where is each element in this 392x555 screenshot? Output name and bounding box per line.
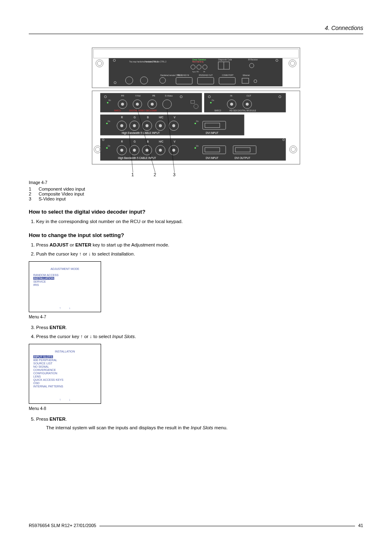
svg-text:RS232/422 OUT: RS232/422 OUT <box>199 74 213 76</box>
svg-point-86 <box>159 124 162 127</box>
section1-title: How to select the digital video decoder … <box>29 209 363 215</box>
svg-point-41 <box>107 102 108 104</box>
menu-4-8: INSTALLATION INPUT SLOTS 800 PERIPHERAL … <box>29 344 101 404</box>
svg-text:B: B <box>147 116 149 119</box>
footer-doc: R5976654 SLM R12+ 27/01/2005 <box>29 523 96 528</box>
svg-text:IN: IN <box>230 94 233 97</box>
svg-rect-1 <box>94 49 299 58</box>
svg-text:3: 3 <box>173 172 175 177</box>
svg-text:OUT: OUT <box>247 94 251 97</box>
svg-text:DVI INPUT: DVI INPUT <box>205 157 218 159</box>
svg-text:PB: PB <box>152 94 155 97</box>
menu2-caption: Menu 4-8 <box>29 406 363 411</box>
svg-text:G: G <box>134 116 136 119</box>
page-footer: R5976654 SLM R12+ 27/01/2005 41 <box>29 521 363 528</box>
svg-text:2: 2 <box>154 172 156 177</box>
svg-text:1: 1 <box>131 172 134 177</box>
svg-point-3 <box>97 61 102 66</box>
svg-text:S-Video: S-Video <box>165 94 173 97</box>
svg-text:DVI INPUT: DVI INPUT <box>205 131 218 134</box>
menu1-caption: Menu 4-7 <box>29 315 363 319</box>
svg-point-97 <box>95 147 100 152</box>
svg-point-99 <box>291 147 295 152</box>
svg-text:High Bandwidth 5 CABLE INPUT: High Bandwidth 5 CABLE INPUT <box>122 131 160 135</box>
svg-text:Y/Vid: Y/Vid <box>135 94 141 97</box>
svg-point-116 <box>159 149 162 152</box>
svg-point-114 <box>145 149 148 152</box>
svg-text:HD SDI DIGITAL MODULE: HD SDI DIGITAL MODULE <box>229 109 256 112</box>
svg-text:Hardwired remote CTRL 2: Hardwired remote CTRL 2 <box>145 61 166 63</box>
svg-point-49 <box>136 103 139 106</box>
section2-step1: Press ADJUST or ENTER key to start up th… <box>36 242 363 248</box>
svg-text:RS232/422 IN: RS232/422 IN <box>178 74 189 76</box>
svg-text:On: On <box>108 145 111 147</box>
svg-point-91 <box>194 123 196 124</box>
svg-text:R: R <box>121 116 123 119</box>
svg-point-110 <box>120 149 123 152</box>
svg-point-78 <box>106 123 108 124</box>
svg-point-65 <box>230 103 233 106</box>
section1-step1: Key in the corresponding slot number on … <box>36 218 363 225</box>
svg-point-98 <box>290 146 297 153</box>
svg-point-118 <box>172 149 175 152</box>
section4-step5: Press ENTER. The internal system will sc… <box>36 416 363 431</box>
svg-text:On: On <box>108 120 111 122</box>
svg-text:High Bandwidth  5  CABLE INPUT: High Bandwidth 5 CABLE INPUT <box>118 157 156 160</box>
svg-point-47 <box>121 103 124 106</box>
svg-point-61 <box>210 102 212 104</box>
menu-4-7: ADJUSTMENT MODE RANDOM ACCESS INSTALLATI… <box>29 261 101 312</box>
image-legend: 1Component video input 2Composite Video … <box>29 187 363 201</box>
svg-point-84 <box>145 124 148 127</box>
section3-step3: Press ENTER. <box>36 324 363 331</box>
svg-point-80 <box>120 124 123 127</box>
section3-step4: Press the cursor key ↑ or ↓ to select In… <box>36 333 363 340</box>
image-caption: Image 4-7 <box>29 180 363 185</box>
svg-text:B: B <box>147 140 149 143</box>
svg-point-5 <box>290 61 295 66</box>
svg-text:Sync OK: Sync OK <box>192 71 199 73</box>
svg-text:On: On <box>196 120 199 122</box>
svg-point-4 <box>289 60 296 67</box>
svg-point-112 <box>133 149 136 152</box>
svg-text:On: On <box>196 145 199 147</box>
footer-page: 41 <box>358 523 363 528</box>
svg-text:IR-Receiver: IR-Receiver <box>248 59 258 61</box>
svg-text:H/C: H/C <box>159 140 164 143</box>
svg-text:Red Stand-by: Red Stand-by <box>192 61 204 63</box>
svg-text:BARCO: BARCO <box>114 110 121 112</box>
svg-point-121 <box>194 147 196 149</box>
svg-point-88 <box>172 124 175 127</box>
svg-text:Ethernet: Ethernet <box>243 74 250 76</box>
svg-text:Diagnostic Code: Diagnostic Code <box>218 59 232 61</box>
svg-text:PR: PR <box>121 94 125 97</box>
chapter-header: 4. Connections <box>29 25 363 34</box>
svg-text:IR: IR <box>203 71 205 73</box>
svg-point-51 <box>151 103 154 106</box>
svg-text:On: On <box>212 99 214 101</box>
section2-title: How to change the input slot setting? <box>29 232 363 238</box>
connections-diagram: Two way hardwired remote CTRL 3 Hardwire… <box>37 43 355 177</box>
svg-point-82 <box>133 124 136 127</box>
svg-point-2 <box>96 60 103 67</box>
svg-text:DIGITAL VIDEO DECODER: DIGITAL VIDEO DECODER <box>129 109 157 112</box>
svg-text:H/C: H/C <box>159 116 164 119</box>
svg-text:Green Operation: Green Operation <box>192 59 206 61</box>
section2-step2: Push the cursor key ↑ or ↓ to select Ins… <box>36 251 363 257</box>
svg-text:COMM PORT: COMM PORT <box>222 74 233 76</box>
svg-text:G: G <box>134 140 136 143</box>
svg-text:R: R <box>121 140 123 143</box>
svg-text:DVI OUTPUT: DVI OUTPUT <box>235 157 250 159</box>
svg-point-108 <box>106 147 108 149</box>
svg-point-67 <box>246 103 249 106</box>
svg-text:On: On <box>108 99 111 101</box>
svg-text:BARCO: BARCO <box>214 110 221 112</box>
